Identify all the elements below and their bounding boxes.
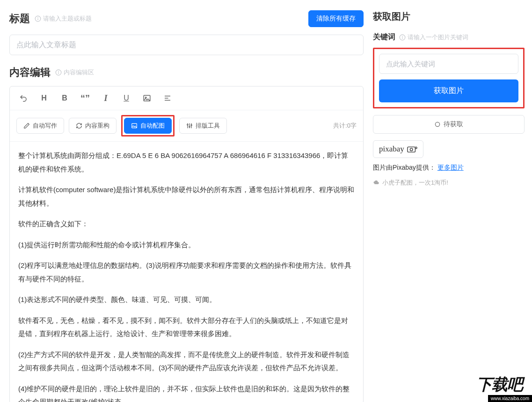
auto-image-button[interactable]: 自动配图: [124, 118, 172, 134]
svg-point-23: [410, 148, 413, 151]
keyword-header: 关键词 请输入一个图片关键词: [373, 32, 525, 42]
keyword-hint: 请输入一个图片关键词: [399, 33, 468, 42]
pixabay-label: pixabay: [379, 144, 404, 154]
svg-point-4: [58, 71, 59, 72]
svg-point-24: [415, 147, 417, 149]
info-icon: [399, 34, 406, 41]
layout-tool-label: 排版工具: [196, 122, 220, 130]
title-section-label: 标题: [9, 12, 30, 26]
info-icon: [35, 15, 41, 22]
svg-rect-22: [408, 147, 415, 152]
sidebar-title: 获取图片: [373, 10, 525, 23]
picture-icon: [131, 122, 138, 129]
svg-point-13: [187, 124, 188, 125]
watermark-logo: 下载吧: [476, 374, 523, 395]
content-paragraph: 软件的正确含义如下：: [18, 217, 355, 231]
restructure-label: 内容重构: [85, 122, 109, 130]
title-section-hint: 请输入主题或标题: [35, 14, 92, 23]
image-icon[interactable]: [140, 91, 154, 105]
pencil-icon: [23, 122, 30, 129]
content-paragraph: (1)表达形式不同的硬件类型、颜色、味道、可见、可摸、可闻。: [18, 293, 355, 307]
editor-hint-text: 内容编辑区: [64, 68, 94, 77]
image-credit: 图片由Pixabay提供： 更多图片: [373, 164, 525, 172]
content-paragraph: (2)程序可以满意地处理信息的数据结构。(3)说明程序功能要求和程序需要的文档的…: [18, 259, 355, 286]
restructure-button[interactable]: 内容重构: [69, 118, 117, 134]
quote-icon[interactable]: “”: [78, 91, 92, 105]
circle-icon: [434, 121, 441, 128]
underline-icon[interactable]: U: [119, 91, 133, 105]
italic-icon[interactable]: I: [99, 91, 113, 105]
auto-image-label: 自动配图: [140, 122, 165, 130]
format-toolbar: H B “” I U: [10, 86, 363, 110]
clear-cache-button[interactable]: 清除所有缓存: [308, 10, 364, 27]
watermark-url: www.xiazaiba.com: [488, 395, 532, 402]
title-header-row: 标题 请输入主题或标题 清除所有缓存: [9, 10, 364, 27]
content-paragraph: 整个计算机系统由两部分组成：E.69DA 5 E 6 BA 9062616964…: [18, 149, 355, 176]
keyword-highlight-box: 获取图片: [373, 48, 525, 108]
refresh-icon: [76, 122, 82, 129]
editor-panel: H B “” I U 自动写作 内容重构: [9, 86, 364, 402]
pixabay-badge: pixabay: [373, 140, 423, 158]
content-paragraph: (1)提供运行时所需功能和性能的命令或计算机程序集合。: [18, 238, 355, 252]
svg-point-7: [146, 97, 146, 98]
image-sidebar: 获取图片 关键词 请输入一个图片关键词 获取图片 待获取 pixabay 图片由…: [373, 10, 532, 402]
main-column: 标题 请输入主题或标题 清除所有缓存 内容编辑 内容编辑区 H B “”: [9, 10, 364, 402]
keyword-hint-text: 请输入一个图片关键词: [408, 33, 468, 42]
info-icon: [55, 69, 62, 76]
editor-content[interactable]: 整个计算机系统由两部分组成：E.69DA 5 E 6 BA 9062616964…: [10, 142, 363, 402]
content-paragraph: (2)生产方式不同的软件是开发，是人类智能的高发挥，而不是传统意义上的硬件制造。…: [18, 348, 355, 375]
svg-point-15: [189, 126, 190, 127]
action-toolbar: 自动写作 内容重构 自动配图 排版工具 共计:0字: [10, 110, 363, 142]
layout-tool-button[interactable]: 排版工具: [179, 118, 227, 134]
word-count: 共计:0字: [333, 122, 357, 130]
auto-image-highlight: 自动配图: [121, 115, 175, 136]
more-images-link[interactable]: 更多图片: [437, 164, 464, 171]
content-paragraph: 计算机软件(computer software)是指计算机系统中除硬件以外的所有…: [18, 183, 355, 210]
editor-section-label: 内容编辑: [9, 65, 51, 79]
sliders-icon: [186, 122, 193, 129]
credit-prefix: 图片由Pixabay提供：: [373, 164, 436, 171]
article-title-input[interactable]: [9, 35, 364, 55]
tip-text: 小虎子配图，一次1淘币!: [382, 179, 448, 187]
fetch-status-text: 待获取: [444, 120, 463, 129]
svg-point-17: [191, 125, 192, 126]
content-paragraph: (4)维护不同的硬件是旧的，理论上软件是旧的，并不坏，但实际上软件也是旧的和坏的…: [18, 382, 355, 402]
fetch-status: 待获取: [373, 115, 525, 134]
keyword-label: 关键词: [373, 32, 395, 42]
camera-icon: [407, 145, 417, 153]
tip-row: 小虎子配图，一次1淘币!: [373, 179, 525, 187]
heading-icon[interactable]: H: [37, 91, 51, 105]
align-icon[interactable]: [160, 91, 175, 105]
auto-write-label: 自动写作: [33, 122, 57, 130]
editor-section-hint: 内容编辑区: [55, 68, 94, 77]
cloud-icon: [373, 179, 379, 186]
keyword-input[interactable]: [379, 54, 518, 74]
content-paragraph: 软件看不见，无色，枯燥，看不见，摸不到，闻不到。软件大部分存在于人们的头脑或纸上…: [18, 314, 355, 341]
svg-point-1: [38, 17, 38, 18]
undo-icon[interactable]: [16, 91, 30, 105]
svg-point-21: [435, 122, 439, 126]
fetch-image-button[interactable]: 获取图片: [379, 79, 518, 102]
auto-write-button[interactable]: 自动写作: [16, 118, 64, 134]
title-hint-text: 请输入主题或标题: [43, 14, 92, 23]
svg-point-19: [402, 36, 403, 36]
bold-icon[interactable]: B: [58, 91, 72, 105]
